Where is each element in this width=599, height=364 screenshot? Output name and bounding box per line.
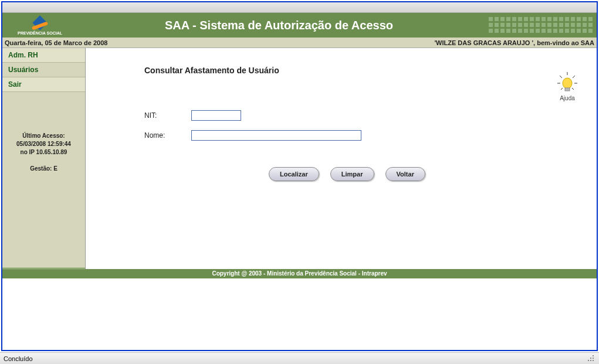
gestao-value: Gestão: E (5, 165, 83, 173)
logo-text: PREVIDÊNCIA SOCIAL (18, 31, 62, 35)
resize-grip-icon[interactable] (587, 355, 595, 363)
status-text: Concluído (4, 355, 33, 362)
limpar-button[interactable]: Limpar (330, 167, 374, 181)
info-bar: Quarta-feira, 05 de Marco de 2008 'WILZE… (2, 38, 597, 48)
sidebar-item-label: Adm. RH (8, 51, 38, 59)
logo: PREVIDÊNCIA SOCIAL (2, 13, 73, 38)
sidebar-last-access: Último Acesso: 05/03/2008 12:59:44 no IP… (2, 127, 85, 178)
welcome-text: 'WILZE DAS GRACAS ARAUJO ', bem-vindo ao… (434, 39, 594, 46)
sidebar-item-label: Sair (8, 80, 22, 89)
sidebar: Adm. RH Usuários Sair Último Acesso: 05/… (2, 48, 86, 269)
nit-label: NIT: (144, 111, 191, 120)
lightbulb-icon (556, 72, 579, 95)
svg-line-5 (561, 88, 563, 90)
localizar-button[interactable]: Localizar (269, 167, 319, 181)
sidebar-item-label: Usuários (8, 66, 38, 74)
sidebar-item-adm-rh[interactable]: Adm. RH (2, 48, 85, 63)
last-access-label: Último Acesso: (5, 132, 83, 140)
last-access-ip: no IP 10.65.10.89 (5, 148, 83, 157)
help-label: Ajuda (560, 95, 575, 101)
sidebar-divider (2, 268, 85, 269)
svg-point-7 (563, 78, 572, 89)
current-date: Quarta-feira, 05 de Marco de 2008 (5, 39, 107, 46)
button-label: Voltar (397, 171, 414, 178)
page-heading: Consultar Afastamento de Usuário (144, 66, 579, 75)
svg-line-2 (573, 76, 575, 78)
logo-icon (29, 16, 50, 30)
copyright-text: Copyright @ 2003 - Ministério da Previdê… (212, 270, 387, 277)
voltar-button[interactable]: Voltar (385, 167, 425, 181)
sidebar-item-usuarios[interactable]: Usuários (2, 63, 85, 77)
svg-rect-8 (565, 88, 570, 91)
nome-input[interactable] (191, 130, 361, 141)
svg-line-1 (560, 76, 562, 78)
app-header: PREVIDÊNCIA SOCIAL SAA - Sistema de Auto… (2, 13, 597, 38)
button-label: Localizar (280, 171, 308, 178)
window-top-bar (2, 2, 597, 13)
last-access-value: 05/03/2008 12:59:44 (5, 140, 83, 148)
header-decoration (485, 13, 597, 38)
footer: Copyright @ 2003 - Ministério da Previdê… (2, 269, 597, 278)
status-bar: Concluído (0, 352, 599, 364)
svg-line-6 (572, 88, 574, 90)
nome-label: Nome: (144, 131, 191, 140)
nit-input[interactable] (191, 110, 241, 121)
sidebar-item-sair[interactable]: Sair (2, 77, 85, 92)
app-title: SAA - Sistema de Autorização de Acesso (73, 19, 485, 32)
help-button[interactable]: Ajuda (556, 72, 579, 101)
button-label: Limpar (341, 171, 363, 178)
main-panel: Consultar Afastamento de Usuário (86, 48, 597, 269)
